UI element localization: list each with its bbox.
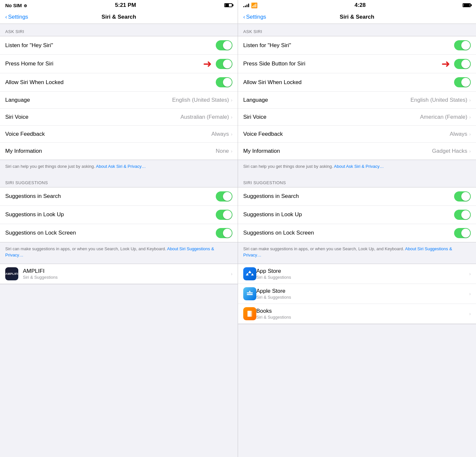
books-app-name: Books	[256, 308, 469, 314]
left-suggestions-lock-toggle[interactable]	[216, 228, 232, 238]
left-row-language[interactable]: Language English (United States) ›	[0, 92, 238, 109]
left-suggestions-search-toggle[interactable]	[216, 191, 232, 202]
left-row-siri-locked[interactable]: Allow Siri When Locked	[0, 73, 238, 92]
left-siri-locked-toggle[interactable]	[216, 77, 232, 87]
battery-fill	[225, 4, 229, 7]
left-red-arrow: ➜	[203, 59, 212, 69]
right-suggestions-lookup-knob	[461, 210, 470, 219]
books-svg	[246, 309, 254, 318]
left-ask-siri-header: ASK SIRI	[0, 24, 238, 36]
right-status-right	[463, 3, 471, 7]
right-back-chevron-icon: ‹	[243, 14, 245, 20]
right-app-row-applestore[interactable]: Apple Store Siri & Suggestions ›	[238, 284, 476, 304]
left-row-suggestions-lookup[interactable]: Suggestions in Look Up	[0, 206, 238, 224]
right-row-hey-siri[interactable]: Listen for "Hey Siri"	[238, 36, 476, 55]
right-app-row-appstore[interactable]: App Store Siri & Suggestions ›	[238, 264, 476, 284]
right-row-language[interactable]: Language English (United States) ›	[238, 92, 476, 109]
right-hey-siri-knob	[461, 41, 470, 50]
left-suggestions-lookup-label: Suggestions in Look Up	[5, 211, 216, 218]
right-siri-locked-toggle[interactable]	[454, 77, 471, 87]
left-press-home-toggle[interactable]	[216, 59, 232, 69]
left-nav-bar: ‹ Settings Siri & Search	[0, 10, 238, 24]
battery-icon	[224, 3, 232, 7]
left-row-hey-siri[interactable]: Listen for "Hey Siri"	[0, 36, 238, 55]
right-suggestions-lock-toggle[interactable]	[454, 228, 471, 238]
left-suggestions-lock-label: Suggestions on Lock Screen	[5, 230, 216, 236]
right-press-side-toggle[interactable]	[454, 59, 471, 69]
right-back-button[interactable]: ‹ Settings	[243, 14, 266, 20]
left-status-left: No SIM ⌾	[5, 3, 27, 8]
right-status-bar: 📶 4:28	[238, 0, 476, 10]
right-my-info-value: Gadget Hacks	[432, 148, 468, 154]
left-voice-feedback-value: Always	[211, 131, 229, 137]
applestore-app-name: Apple Store	[256, 288, 469, 294]
right-ask-siri-group: Listen for "Hey Siri" Press Side Button …	[238, 36, 476, 160]
right-siri-voice-chevron: ›	[469, 114, 471, 120]
applestore-app-text: Apple Store Siri & Suggestions	[256, 288, 469, 300]
right-battery-fill	[464, 4, 470, 7]
left-suggestions-lookup-knob	[223, 210, 232, 219]
right-row-suggestions-search[interactable]: Suggestions in Search	[238, 187, 476, 206]
left-siri-locked-label: Allow Siri When Locked	[5, 79, 216, 86]
left-nav-title: Siri & Search	[102, 14, 136, 20]
right-row-press-side[interactable]: Press Side Button for Siri ➜	[238, 55, 476, 73]
signal-bar-3	[246, 5, 247, 7]
left-my-info-chevron: ›	[231, 149, 232, 154]
left-app-list: AMPLIFI AMPLIFI Siri & Suggestions ›	[0, 264, 238, 284]
left-row-suggestions-search[interactable]: Suggestions in Search	[0, 187, 238, 206]
left-app-row-amplifi[interactable]: AMPLIFI AMPLIFI Siri & Suggestions ›	[0, 264, 238, 284]
right-app-row-books[interactable]: Books Siri & Suggestions ›	[238, 304, 476, 324]
left-siri-suggestions-footer-text: Siri can make suggestions in apps, or wh…	[5, 246, 167, 251]
left-voice-feedback-chevron: ›	[231, 132, 232, 137]
left-back-button[interactable]: ‹ Settings	[5, 14, 28, 20]
right-voice-feedback-chevron: ›	[469, 132, 471, 137]
right-row-suggestions-lock[interactable]: Suggestions on Lock Screen	[238, 224, 476, 242]
appstore-app-name: App Store	[256, 268, 469, 274]
books-app-subtitle: Siri & Suggestions	[256, 315, 469, 320]
left-suggestions-search-knob	[223, 192, 232, 201]
appstore-chevron: ›	[469, 271, 471, 276]
right-row-my-info[interactable]: My Information Gadget Hacks ›	[238, 143, 476, 160]
right-press-side-knob	[461, 60, 470, 68]
right-time: 4:28	[354, 2, 366, 9]
left-back-label: Settings	[8, 14, 28, 20]
left-row-press-home[interactable]: Press Home for Siri ➜	[0, 55, 238, 73]
left-press-home-knob	[223, 60, 232, 68]
left-ask-siri-footer-link[interactable]: About Ask Siri & Privacy…	[96, 164, 146, 169]
right-language-label: Language	[243, 97, 410, 103]
right-row-suggestions-lookup[interactable]: Suggestions in Look Up	[238, 206, 476, 224]
left-status-bar: No SIM ⌾ 5:21 PM	[0, 0, 238, 10]
left-ask-siri-footer: Siri can help you get things done just b…	[0, 160, 238, 175]
right-suggestions-search-toggle[interactable]	[454, 191, 471, 202]
left-siri-suggestions-footer: Siri can make suggestions in apps, or wh…	[0, 242, 238, 264]
right-siri-suggestions-header: SIRI SUGGESTIONS	[238, 175, 476, 187]
amplifi-app-subtitle: Siri & Suggestions	[23, 275, 231, 280]
right-my-info-label: My Information	[243, 148, 432, 154]
back-chevron-icon: ‹	[5, 14, 7, 20]
amplifi-icon-label: AMPLIFI	[5, 272, 18, 275]
svg-rect-3	[250, 311, 252, 317]
applestore-chevron: ›	[469, 291, 471, 296]
books-app-icon	[243, 307, 256, 320]
left-suggestions-lookup-toggle[interactable]	[216, 210, 232, 220]
right-row-siri-locked[interactable]: Allow Siri When Locked	[238, 73, 476, 92]
left-row-siri-voice[interactable]: Siri Voice Australian (Female) ›	[0, 109, 238, 126]
right-hey-siri-toggle[interactable]	[454, 40, 471, 50]
left-hey-siri-label: Listen for "Hey Siri"	[5, 42, 216, 49]
right-app-list: App Store Siri & Suggestions › Apple Sto…	[238, 264, 476, 324]
left-suggestions-search-label: Suggestions in Search	[5, 193, 216, 200]
right-nav-title: Siri & Search	[340, 14, 374, 20]
left-ask-siri-footer-text: Siri can help you get things done just b…	[5, 164, 96, 169]
appstore-app-icon	[243, 267, 256, 280]
right-ask-siri-footer-link[interactable]: About Ask Siri & Privacy…	[334, 164, 384, 169]
left-hey-siri-toggle[interactable]	[216, 40, 232, 50]
right-suggestions-lookup-toggle[interactable]	[454, 210, 471, 220]
left-row-suggestions-lock[interactable]: Suggestions on Lock Screen	[0, 224, 238, 242]
left-row-my-info[interactable]: My Information None ›	[0, 143, 238, 160]
right-siri-voice-value: American (Female)	[420, 114, 468, 120]
left-row-voice-feedback[interactable]: Voice Feedback Always ›	[0, 126, 238, 143]
left-siri-suggestions-header: SIRI SUGGESTIONS	[0, 175, 238, 187]
right-row-voice-feedback[interactable]: Voice Feedback Always ›	[238, 126, 476, 143]
appstore-app-subtitle: Siri & Suggestions	[256, 275, 469, 280]
right-row-siri-voice[interactable]: Siri Voice American (Female) ›	[238, 109, 476, 126]
